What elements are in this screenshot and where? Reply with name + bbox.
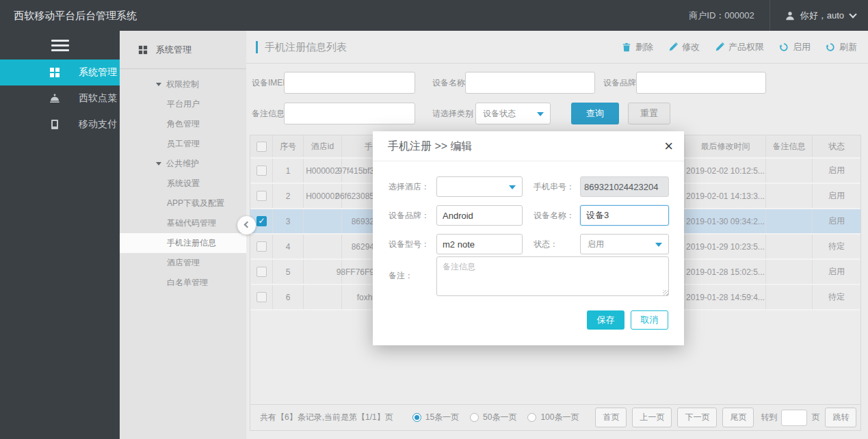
device-name-input[interactable] — [580, 205, 669, 226]
row-checkbox-checked[interactable]: ✓ — [257, 216, 267, 226]
submenu-item-platform-users[interactable]: 平台用户 — [120, 94, 246, 114]
page-size-50[interactable]: 50条一页 — [470, 412, 516, 423]
prev-page-button[interactable]: 上一页 — [632, 408, 672, 427]
row-checkbox[interactable] — [257, 292, 267, 302]
topbar-divider — [770, 0, 770, 31]
caret-down-icon — [537, 112, 544, 116]
menu-toggle-button[interactable] — [51, 40, 69, 51]
device-brand-input[interactable] — [636, 72, 766, 94]
cell-modified-time: 2019-02-01 14:13:3... — [685, 184, 766, 208]
device-status-select[interactable]: 设备状态 — [475, 103, 551, 124]
model-input[interactable] — [436, 234, 523, 254]
submenu-item-system-settings[interactable]: 系统设置 — [120, 174, 246, 194]
enable-button[interactable]: 启用 — [779, 41, 811, 53]
goto-page-input[interactable] — [781, 410, 807, 426]
save-button[interactable]: 保存 — [587, 310, 624, 330]
next-page-button[interactable]: 下一页 — [677, 408, 717, 427]
cancel-button[interactable]: 取消 — [631, 310, 668, 330]
col-note: 备注信息 — [766, 135, 813, 157]
submenu-list: 权限控制 平台用户 角色管理 员工管理 公共维护 系统设置 APP下载及配置 基… — [120, 75, 246, 293]
product-permission-button[interactable]: 产品权限 — [715, 41, 764, 53]
close-icon[interactable]: × — [664, 137, 673, 156]
imei-input[interactable] — [284, 72, 415, 94]
cell-modified-time: 2019-01-28 15:02:5... — [685, 260, 766, 284]
row-checkbox[interactable] — [257, 191, 267, 201]
title-accent-bar — [256, 41, 258, 53]
query-button[interactable]: 查询 — [571, 103, 619, 124]
sidebar-item-mobile-pay[interactable]: 移动支付 — [0, 111, 120, 137]
reset-button[interactable]: 重置 — [628, 103, 670, 124]
submenu-item-label: 平台用户 — [167, 99, 200, 109]
submenu-item-app-download[interactable]: APP下载及配置 — [120, 194, 246, 213]
remark-label: 备注： — [389, 265, 413, 286]
submenu-item-staff-mgmt[interactable]: 员工管理 — [120, 134, 246, 154]
app-title: 西软移动平台后台管理系统 — [14, 0, 137, 31]
submenu-group-permissions[interactable]: 权限控制 — [120, 75, 246, 94]
trash-icon — [622, 42, 631, 52]
cell-seq: 3 — [273, 209, 304, 233]
note-input[interactable] — [284, 103, 415, 124]
select-all-checkbox[interactable] — [257, 142, 267, 152]
topbar-right: 商户ID：000002 你好，auto — [689, 0, 868, 31]
type-select-label: 请选择类别 — [432, 103, 473, 124]
submenu-item-phone-registration[interactable]: 手机注册信息 — [120, 233, 246, 253]
hotel-select[interactable] — [436, 176, 523, 197]
sidebar-item-system-mgmt[interactable]: 系统管理 — [0, 59, 120, 85]
submenu-item-label: APP下载及配置 — [167, 198, 224, 208]
row-checkbox[interactable] — [257, 267, 267, 277]
sidebar-item-label: 西软点菜 — [79, 92, 117, 105]
row-checkbox[interactable] — [257, 165, 267, 176]
col-status: 状态 — [813, 135, 860, 157]
submenu-item-label: 酒店管理 — [167, 258, 200, 267]
cell-seq: 1 — [273, 159, 304, 183]
row-checkbox[interactable] — [257, 241, 267, 252]
last-page-button[interactable]: 尾页 — [722, 408, 754, 427]
cell-seq: 5 — [273, 260, 304, 284]
note-label: 备注信息 — [252, 103, 285, 124]
refresh-button[interactable]: 刷新 — [826, 41, 857, 53]
page-size-100[interactable]: 100条一页 — [527, 412, 579, 423]
cell-status: 启用 — [813, 159, 860, 183]
device-brand-label: 设备品牌 — [603, 72, 636, 94]
page-title-wrap: 手机注册信息列表 — [256, 31, 347, 64]
page-size-label: 15条一页 — [425, 412, 459, 423]
submenu-item-base-code[interactable]: 基础代码管理 — [120, 213, 246, 233]
status-select[interactable]: 启用 — [580, 234, 669, 254]
submenu-item-role-mgmt[interactable]: 角色管理 — [120, 114, 246, 134]
sidebar-item-ordering[interactable]: 西软点菜 — [0, 85, 120, 111]
resize-grip-icon[interactable] — [663, 290, 668, 295]
hotel-select-label: 选择酒店： — [389, 176, 430, 197]
serial-input[interactable] — [580, 176, 669, 197]
modify-label: 修改 — [682, 41, 700, 53]
greeting-text: 你好，auto — [800, 10, 844, 22]
page-size-15[interactable]: 15条一页 — [412, 412, 459, 423]
enable-label: 启用 — [793, 41, 811, 53]
submenu-item-whitelist[interactable]: 白名单管理 — [120, 273, 246, 293]
pencil-icon — [715, 42, 724, 52]
delete-button[interactable]: 删除 — [622, 41, 653, 53]
device-name-input[interactable] — [465, 72, 595, 94]
remark-textarea[interactable] — [436, 256, 669, 296]
brand-input[interactable] — [436, 205, 523, 226]
topbar: 西软移动平台后台管理系统 商户ID：000002 你好，auto — [0, 0, 868, 31]
first-page-button[interactable]: 首页 — [595, 408, 627, 427]
submenu-group-public-maint[interactable]: 公共维护 — [120, 154, 246, 174]
page-suffix-label: 页 — [811, 412, 819, 423]
refresh-icon — [826, 42, 835, 52]
cell-hotel-id — [304, 235, 342, 258]
status-select-value: 启用 — [588, 239, 604, 249]
section-header: 手机注册信息列表 删除 修改 产品权限 启用 刷新 — [246, 31, 868, 64]
page-title: 手机注册信息列表 — [265, 41, 347, 54]
serial-label: 手机串号： — [534, 176, 575, 197]
sidebar-collapse-handle[interactable] — [237, 216, 256, 235]
user-menu[interactable]: 你好，auto — [785, 10, 856, 22]
submenu-item-label: 角色管理 — [167, 119, 200, 129]
submenu-item-hotel-mgmt[interactable]: 酒店管理 — [120, 253, 246, 273]
radio-off-icon — [470, 413, 479, 422]
cell-status: 待定 — [813, 285, 860, 309]
modify-button[interactable]: 修改 — [668, 41, 700, 53]
cell-modified-time: 2019-02-02 10:12:5... — [685, 159, 766, 183]
cell-status: 启用 — [813, 209, 860, 233]
cell-status: 启用 — [813, 260, 860, 284]
jump-button[interactable]: 跳转 — [825, 408, 856, 427]
